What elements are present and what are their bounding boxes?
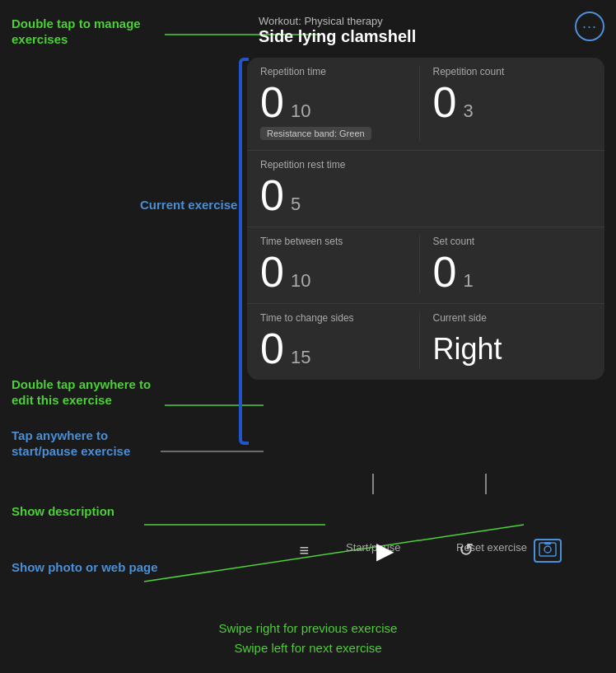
panel-row-sets: Time between sets 0 10 Set count 0 1 xyxy=(247,227,604,304)
set-count-subvalue: 1 xyxy=(463,270,473,292)
change-sides-label: Time to change sides xyxy=(260,312,419,324)
repetition-count-subvalue: 3 xyxy=(463,100,473,122)
annotation-tap-start-pause: Tap anywhere to start/pause exercise xyxy=(12,428,160,460)
annotation-current-exercise: Current exercise xyxy=(140,198,237,213)
description-button[interactable]: ≡ xyxy=(286,532,322,568)
reset-button[interactable]: ↺ xyxy=(448,532,484,568)
annotation-double-tap-edit: Double tap anywhere to edit this exercis… xyxy=(12,377,160,409)
time-between-sets-value: 0 xyxy=(260,250,284,293)
play-icon: ▶ xyxy=(376,537,394,564)
current-side-cell: Current side Right xyxy=(419,312,592,370)
swipe-hints: Swipe right for previous exercise Swipe … xyxy=(0,619,616,658)
swipe-left-hint: Swipe left for next exercise xyxy=(0,638,616,658)
change-sides-cell: Time to change sides 0 15 xyxy=(260,312,419,370)
play-pause-button[interactable]: ▶ xyxy=(367,532,404,568)
photo-button[interactable] xyxy=(530,532,566,568)
change-sides-subvalue: 15 xyxy=(291,347,310,368)
change-sides-value: 0 xyxy=(260,327,284,370)
svg-rect-9 xyxy=(544,542,551,544)
more-button[interactable]: ··· xyxy=(575,12,604,41)
repetition-time-cell: Repetition time 0 10 Resistance band: Gr… xyxy=(260,66,419,140)
time-between-sets-label: Time between sets xyxy=(260,236,419,247)
rest-time-subvalue: 5 xyxy=(291,194,301,215)
exercise-panel[interactable]: Repetition time 0 10 Resistance band: Gr… xyxy=(247,58,604,380)
panel-row-rest: Repetition rest time 0 5 xyxy=(247,151,604,227)
svg-point-8 xyxy=(544,546,551,553)
set-count-cell: Set count 0 1 xyxy=(419,236,592,293)
annotation-show-photo: Show photo or web page xyxy=(12,560,158,576)
panel-row-sides: Time to change sides 0 15 Current side R… xyxy=(247,304,604,380)
current-side-label: Current side xyxy=(433,312,592,324)
toolbar: ≡ ▶ ↺ xyxy=(247,522,604,578)
set-count-label: Set count xyxy=(433,236,592,247)
repetition-count-cell: Repetition count 0 3 xyxy=(419,66,592,140)
time-between-sets-cell: Time between sets 0 10 xyxy=(260,236,419,293)
resistance-badge: Resistance band: Green xyxy=(260,127,371,140)
repetition-time-value: 0 xyxy=(260,81,284,124)
more-icon: ··· xyxy=(582,18,597,35)
photo-icon xyxy=(534,539,562,563)
repetition-count-value: 0 xyxy=(433,81,457,124)
annotation-show-description: Show description xyxy=(12,504,114,520)
repetition-time-subvalue: 10 xyxy=(291,100,310,122)
repetition-time-label: Repetition time xyxy=(260,66,419,77)
svg-rect-7 xyxy=(539,543,556,556)
repetition-count-label: Repetition count xyxy=(433,66,592,77)
workout-title: Workout: Physical therapy xyxy=(259,15,416,27)
set-count-value: 0 xyxy=(433,250,457,293)
workout-info: Workout: Physical therapy Side lying cla… xyxy=(259,15,416,46)
exercise-title: Side lying clamshell xyxy=(259,27,416,46)
panel-row-repetition: Repetition time 0 10 Resistance band: Gr… xyxy=(247,58,604,151)
time-between-sets-subvalue: 10 xyxy=(291,270,310,292)
rest-time-label: Repetition rest time xyxy=(260,159,591,171)
rest-time-cell: Repetition rest time 0 5 xyxy=(260,159,591,217)
rest-time-value: 0 xyxy=(260,174,284,217)
annotation-double-tap-manage: Double tap to manage exercises xyxy=(12,16,160,48)
description-icon: ≡ xyxy=(299,541,309,560)
current-side-value: Right xyxy=(433,327,592,367)
reset-icon: ↺ xyxy=(459,540,474,561)
swipe-right-hint: Swipe right for previous exercise xyxy=(0,619,616,638)
